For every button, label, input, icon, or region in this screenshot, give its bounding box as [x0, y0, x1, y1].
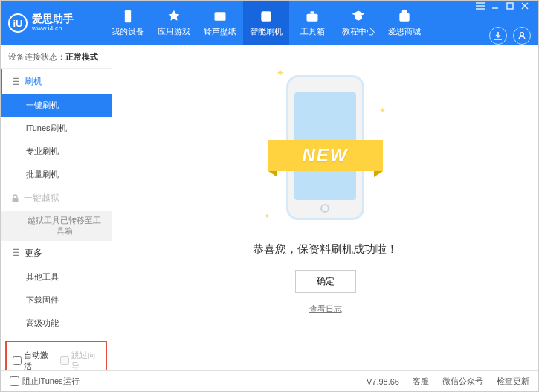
svg-rect-4 [311, 11, 314, 13]
window-controls [474, 1, 531, 10]
sidebar-item-download-firmware[interactable]: 下载固件 [1, 289, 112, 312]
sidebar-group-more[interactable]: ☰ 更多 [1, 241, 112, 266]
support-link[interactable]: 客服 [413, 376, 429, 387]
tutorial-icon [351, 9, 366, 24]
sidebar-item-advanced[interactable]: 高级功能 [1, 312, 112, 335]
tab-tutorials[interactable]: 教程中心 [335, 1, 381, 45]
logo[interactable]: iU 爱思助手 www.i4.cn [8, 13, 105, 33]
sparkle-icon: ✦ [379, 106, 386, 115]
store-icon [397, 9, 412, 24]
download-button[interactable] [489, 27, 507, 45]
svg-rect-8 [13, 198, 19, 202]
wechat-link[interactable]: 微信公众号 [442, 376, 483, 387]
check-update-link[interactable]: 检查更新 [497, 376, 529, 387]
sidebar-item-itunes-flash[interactable]: iTunes刷机 [1, 117, 112, 140]
version-label: V7.98.66 [367, 377, 399, 386]
svg-rect-5 [399, 13, 409, 22]
new-ribbon: NEW [268, 140, 383, 171]
success-message: 恭喜您，保资料刷机成功啦！ [253, 242, 398, 257]
lock-icon [11, 194, 19, 203]
collapse-icon: ☰ [11, 248, 20, 258]
footer: 阻止iTunes运行 V7.98.66 客服 微信公众号 检查更新 [1, 370, 538, 391]
tab-smart-flash[interactable]: 智能刷机 [243, 1, 289, 45]
tab-apps[interactable]: 应用游戏 [151, 1, 197, 45]
minimize-button[interactable] [489, 1, 501, 10]
image-icon [213, 9, 227, 24]
app-title: 爱思助手 [32, 13, 74, 25]
header: iU 爱思助手 www.i4.cn 我的设备 应用游戏 铃声壁纸 智能刷机 [1, 1, 538, 45]
auto-activate-checkbox[interactable]: 自动激活 [13, 350, 53, 370]
options-box: 自动激活 跳过向导 [5, 341, 107, 370]
sidebar-item-batch-flash[interactable]: 批量刷机 [1, 163, 112, 186]
logo-icon: iU [8, 13, 28, 33]
main-nav: 我的设备 应用游戏 铃声壁纸 智能刷机 工具箱 教程中心 [105, 1, 474, 45]
ok-button[interactable]: 确定 [295, 270, 356, 293]
toolbox-icon [305, 9, 320, 24]
sidebar-item-other-tools[interactable]: 其他工具 [1, 266, 112, 289]
jailbreak-moved-note: 越狱工具已转移至工具箱 [1, 211, 112, 241]
tab-ringtones[interactable]: 铃声壁纸 [197, 1, 243, 45]
svg-rect-2 [261, 11, 271, 21]
sidebar-item-pro-flash[interactable]: 专业刷机 [1, 140, 112, 163]
user-button[interactable] [513, 27, 531, 45]
svg-point-7 [520, 33, 523, 36]
sidebar-group-flash[interactable]: ☰ 刷机 [1, 69, 112, 94]
svg-rect-6 [507, 3, 513, 9]
tab-toolbox[interactable]: 工具箱 [289, 1, 335, 45]
collapse-icon: ☰ [11, 77, 20, 87]
block-itunes-checkbox[interactable]: 阻止iTunes运行 [10, 376, 80, 387]
svg-rect-1 [215, 12, 226, 21]
sidebar: 设备连接状态：正常模式 ☰ 刷机 一键刷机 iTunes刷机 专业刷机 批量刷机… [1, 45, 112, 370]
connection-status: 设备连接状态：正常模式 [1, 45, 112, 69]
app-url: www.i4.cn [32, 25, 74, 33]
maximize-button[interactable] [504, 1, 516, 10]
phone-icon [120, 9, 135, 24]
close-button[interactable] [519, 1, 531, 10]
sidebar-group-jailbreak: 一键越狱 [1, 186, 112, 211]
view-log-link[interactable]: 查看日志 [309, 303, 342, 315]
svg-rect-0 [125, 10, 131, 23]
sparkle-icon: ✦ [264, 212, 270, 220]
tab-store[interactable]: 爱思商城 [381, 1, 427, 45]
flash-icon [259, 9, 274, 24]
menu-icon[interactable] [474, 1, 486, 10]
sparkle-icon: ✦ [276, 67, 285, 79]
sidebar-item-oneclick-flash[interactable]: 一键刷机 [1, 94, 112, 117]
main-content: ✦ ✦ ✦ NEW 恭喜您，保资料刷机成功啦！ 确定 查看日志 [112, 45, 538, 370]
tab-my-device[interactable]: 我的设备 [105, 1, 151, 45]
skip-guide-checkbox[interactable]: 跳过向导 [60, 350, 100, 370]
svg-rect-3 [307, 14, 318, 22]
success-illustration: ✦ ✦ ✦ NEW [277, 71, 374, 228]
app-icon [167, 9, 181, 24]
